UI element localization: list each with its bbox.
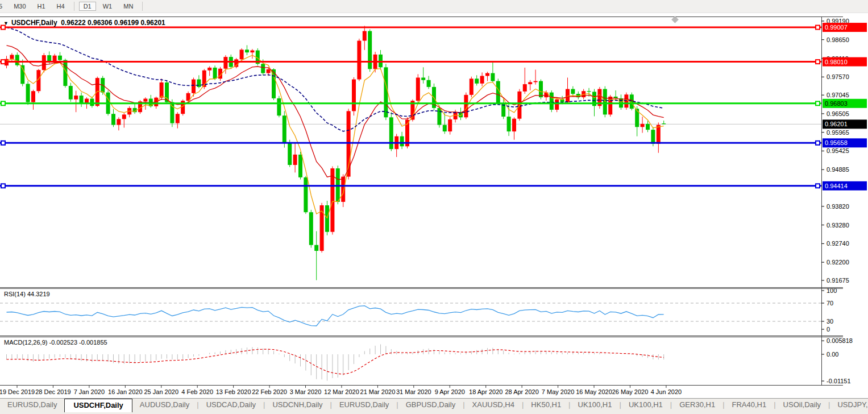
chart-canvas[interactable]: 0.991900.986500.981100.975700.970450.965… [0,0,868,414]
line-handle[interactable] [1,101,5,105]
date-label: 7 Jan 2020 [74,388,105,395]
date-label: 16 Jan 2020 [108,388,143,395]
candle-down [314,245,318,251]
date-label: 9 Apr 2020 [435,388,465,395]
chart-tab-usdjpy-h1[interactable]: USDJPY,H1 [830,399,868,411]
macd-signal-line [7,349,664,374]
level-line-group [0,141,821,145]
chart-tab-usdcnh-daily[interactable]: USDCNH,Daily [265,399,330,411]
candle-down [325,205,329,232]
candle-up [95,78,99,106]
price-tick-label: 0.93820 [827,203,849,210]
candle-down [427,80,431,87]
price-tick-label: 0.95425 [827,147,849,154]
rsi-line [7,306,664,326]
chart-tab-gbpusd-daily[interactable]: GBPUSD,Daily [398,399,463,411]
line-handle[interactable] [816,60,820,64]
level-price-badge: 0.96803 [823,99,867,108]
candle-down [69,86,73,100]
macd-tick-label: 0.005818 [827,337,853,344]
candle-down [288,143,292,165]
level-price-badge-text: 0.94414 [825,183,848,189]
candle-down [550,93,554,110]
candle-up [528,82,532,84]
line-handle[interactable] [1,60,5,64]
chart-ohlc-values: 0.96222 0.96306 0.96199 0.96201 [61,19,165,27]
candle-up [480,76,484,83]
candle-up [363,31,367,41]
level-price-badge-text: 0.98010 [825,59,848,65]
line-handle[interactable] [816,101,820,105]
candle-up [176,114,180,123]
candle-up [470,78,474,95]
candle-up [10,55,14,59]
rsi-indicator-label: RSI(14) 44.3219 [4,291,50,297]
candle-down [587,91,591,92]
price-tick-label: 0.97570 [827,73,849,80]
candle-down [662,123,666,124]
candle-up [267,69,271,73]
chart-tab-usoil-daily[interactable]: USOil,Daily [776,399,828,411]
chart-tab-ger30-h1[interactable]: GER30,H1 [672,399,722,411]
candle-down [475,78,479,83]
date-label: 4 Feb 2020 [181,388,213,395]
line-handle[interactable] [1,141,5,145]
chart-tab-uk100-h1[interactable]: UK100,H1 [621,399,670,411]
macd-panel: 0.0058180.00-0.01151 [7,337,853,384]
candle-down [368,31,372,69]
candle-up [31,91,35,102]
price-tick-label: 0.97045 [827,92,849,98]
date-label: 21 Mar 2020 [360,388,396,395]
date-label: 28 Dec 2019 [35,388,70,395]
candle-up [512,119,516,131]
chart-tab-eurusd-daily[interactable]: EURUSD,Daily [332,399,396,411]
chart-shift-marker[interactable] [671,16,679,23]
candle-down [443,125,447,132]
candle-down [277,98,281,115]
candle-up [330,168,334,232]
chart-tab-usdcad-daily[interactable]: USDCAD,Daily [199,399,263,411]
price-tick-label: 0.98650 [827,36,849,43]
candle-down [26,84,30,102]
level-price-badge-text: 0.99007 [825,24,848,31]
candle-down [283,115,286,142]
candle-down [491,73,495,81]
price-tick-label: 0.92200 [827,259,849,266]
level-price-badge-text: 0.96803 [825,100,848,107]
price-tick-label: 0.93280 [827,222,849,229]
chart-tab-uk100-h1[interactable]: UK100,H1 [571,399,620,411]
line-handle[interactable] [1,184,5,188]
date-axis[interactable]: 19 Dec 201928 Dec 20197 Jan 202016 Jan 2… [0,386,682,395]
candle-up [250,51,254,53]
date-label: 18 Apr 2020 [469,388,502,395]
candle-down [389,117,393,149]
candle-down [111,114,115,125]
candle-up [160,82,164,98]
candle-down [646,124,650,130]
candle-up [555,100,559,110]
candle-up [192,80,196,93]
candle-down [507,117,511,131]
date-label: 16 May 2020 [576,388,612,395]
candle-down [304,177,308,212]
candle-up [657,125,661,144]
candle-up [223,57,227,69]
candle-up [293,155,297,165]
chart-tab-hk50-h1[interactable]: HK50,H1 [524,399,568,411]
candle-down [309,212,313,245]
chart-tab-fra40-h1[interactable]: FRA40,H1 [725,399,774,411]
date-label: 4 Jun 2020 [651,388,682,395]
price-tick-label: 0.91675 [827,277,849,284]
chart-tab-usdchf-daily[interactable]: USDCHF,Daily [64,399,132,412]
chart-tab-eurusd-daily[interactable]: EURUSD,Daily [0,399,64,411]
date-label: 12 Mar 2020 [324,388,359,395]
chart-tab-audusd-daily[interactable]: AUDUSD,Daily [132,399,197,411]
line-handle[interactable] [816,26,820,30]
chart-dropdown-icon[interactable]: ▼ [3,20,9,26]
level-price-badge: 0.99007 [823,23,867,32]
candle-up [357,41,361,80]
line-handle[interactable] [816,184,820,188]
level-price-badge-text: 0.95658 [825,139,848,146]
chart-tab-xauusd-h4[interactable]: XAUUSD,H4 [465,399,522,411]
line-handle[interactable] [816,141,820,145]
